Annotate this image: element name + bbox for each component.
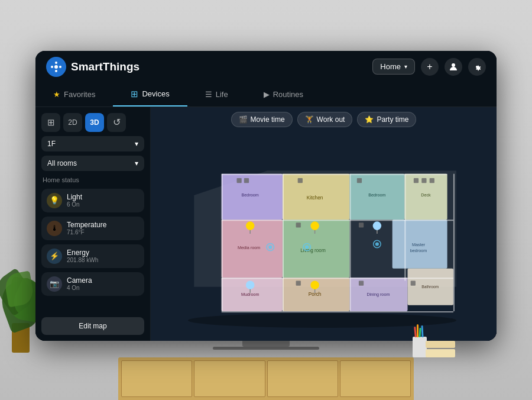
- svg-rect-64: [296, 280, 301, 285]
- books-stack: [426, 341, 455, 357]
- svg-rect-57: [298, 178, 303, 183]
- energy-status-text: Energy 201.88 kWh: [67, 249, 98, 263]
- home-selector[interactable]: Home ▾: [372, 59, 415, 75]
- person-icon: [449, 62, 458, 72]
- svg-rect-56: [244, 178, 249, 183]
- scene-party-button[interactable]: ⭐ Party time: [357, 112, 416, 127]
- svg-rect-60: [421, 178, 426, 183]
- svg-text:bedroom: bedroom: [410, 247, 427, 253]
- temperature-status-text: Temperature 71.6°F: [67, 221, 106, 236]
- scene-bar: 🎬 Movie time 🏋 Work out ⭐ Party time: [151, 107, 497, 132]
- status-item-energy[interactable]: ⚡ Energy 201.88 kWh: [41, 244, 144, 268]
- routines-icon: ▶: [264, 90, 270, 99]
- add-button[interactable]: +: [421, 58, 439, 76]
- light-status-text: Light 6 On: [67, 193, 82, 208]
- main-content: ⊞ 2D 3D ↺ 1F ▾ All rooms ▾: [35, 107, 497, 341]
- scene-workout-button[interactable]: 🏋 Work out: [297, 112, 353, 127]
- svg-text:Bedroom: Bedroom: [368, 192, 385, 197]
- dresser-door-2: [194, 360, 265, 397]
- svg-rect-36: [222, 173, 447, 175]
- status-item-light[interactable]: 💡 Light 6 On: [41, 189, 144, 212]
- svg-rect-59: [414, 178, 419, 183]
- svg-text:Media room: Media room: [238, 244, 260, 250]
- svg-point-72: [375, 242, 379, 246]
- svg-rect-65: [359, 280, 364, 285]
- tv-stand: [242, 341, 290, 347]
- svg-rect-66: [411, 280, 416, 285]
- svg-rect-62: [296, 222, 301, 227]
- dresser-door-1: [121, 360, 192, 397]
- svg-point-1: [55, 62, 57, 64]
- svg-rect-37: [222, 311, 453, 312]
- home-status-label: Home status: [41, 175, 144, 185]
- svg-text:Deck: Deck: [421, 192, 431, 197]
- logo-area: SmartThings: [46, 57, 140, 77]
- floor-plan-container: Living room Media room Master bedroom Ki…: [151, 132, 497, 341]
- energy-status-icon: ⚡: [47, 249, 62, 264]
- svg-point-6: [188, 313, 456, 328]
- room-selector[interactable]: All rooms ▾: [41, 156, 144, 171]
- devices-icon: ⊞: [131, 89, 138, 99]
- home-selector-arrow: ▾: [404, 63, 407, 70]
- svg-text:Kitchen: Kitchen: [307, 195, 323, 201]
- logo-icon: [46, 57, 66, 77]
- svg-text:Living room: Living room: [300, 247, 326, 253]
- settings-button[interactable]: [468, 58, 486, 76]
- map-area: 🎬 Movie time 🏋 Work out ⭐ Party time: [151, 107, 497, 341]
- app-name: SmartThings: [71, 60, 140, 73]
- floor-selector-arrow: ▾: [135, 140, 138, 148]
- 3d-view-button[interactable]: 3D: [85, 113, 104, 132]
- scene-movie-button[interactable]: 🎬 Movie time: [231, 112, 293, 127]
- workout-icon: 🏋: [305, 115, 314, 124]
- tab-favorites[interactable]: ★ Favorites: [35, 84, 113, 105]
- gear-icon: [472, 62, 482, 72]
- edit-map-button[interactable]: Edit map: [41, 317, 144, 335]
- sidebar: ⊞ 2D 3D ↺ 1F ▾ All rooms ▾: [35, 107, 151, 341]
- svg-rect-55: [236, 178, 241, 183]
- svg-rect-33: [283, 173, 284, 311]
- top-right-controls: Home ▾ +: [372, 58, 486, 76]
- svg-text:Dining room: Dining room: [367, 292, 390, 297]
- grid-view-button[interactable]: ⊞: [41, 113, 60, 132]
- tv-frame: SmartThings Home ▾ +: [35, 51, 497, 341]
- svg-point-70: [305, 245, 309, 249]
- movie-icon: 🎬: [239, 115, 248, 124]
- status-item-temperature[interactable]: 🌡 Temperature 71.6°F: [41, 217, 144, 240]
- svg-point-0: [54, 65, 58, 69]
- status-item-camera[interactable]: 📷 Camera 4 On: [41, 272, 144, 296]
- svg-point-4: [59, 66, 61, 68]
- svg-rect-58: [357, 178, 362, 183]
- light-status-icon: 💡: [47, 193, 62, 208]
- life-icon: ☰: [205, 90, 212, 99]
- svg-text:Bathroom: Bathroom: [421, 284, 439, 288]
- svg-point-68: [268, 245, 272, 249]
- dresser-door-3: [267, 360, 338, 397]
- room-selector-arrow: ▾: [135, 159, 138, 167]
- favorites-icon: ★: [53, 90, 60, 99]
- svg-point-2: [55, 70, 57, 72]
- tab-routines[interactable]: ▶ Routines: [246, 84, 321, 105]
- view-controls: ⊞ 2D 3D ↺: [41, 113, 144, 132]
- svg-rect-38: [222, 173, 223, 311]
- temperature-status-icon: 🌡: [47, 221, 62, 236]
- svg-point-3: [51, 66, 53, 68]
- svg-point-5: [452, 63, 455, 67]
- svg-rect-31: [222, 220, 453, 221]
- tab-life[interactable]: ☰ Life: [187, 84, 246, 105]
- camera-status-icon: 📷: [47, 276, 62, 292]
- svg-rect-32: [222, 278, 453, 279]
- svg-rect-63: [359, 222, 364, 227]
- svg-rect-34: [349, 173, 351, 311]
- nav-tabs: ★ Favorites ⊞ Devices ☰ Life ▶ Routines: [35, 83, 497, 107]
- dresser-door-4: [340, 360, 411, 397]
- tab-devices[interactable]: ⊞ Devices: [113, 83, 187, 107]
- top-bar: SmartThings Home ▾ +: [35, 51, 497, 83]
- history-button[interactable]: ↺: [107, 113, 126, 132]
- 2d-view-button[interactable]: 2D: [63, 113, 82, 132]
- floor-selector[interactable]: 1F ▾: [41, 136, 144, 151]
- camera-status-text: Camera 4 On: [67, 276, 92, 291]
- svg-rect-39: [453, 173, 455, 311]
- svg-text:Bedroom: Bedroom: [242, 192, 259, 197]
- profile-button[interactable]: [445, 58, 462, 76]
- svg-rect-35: [404, 173, 406, 280]
